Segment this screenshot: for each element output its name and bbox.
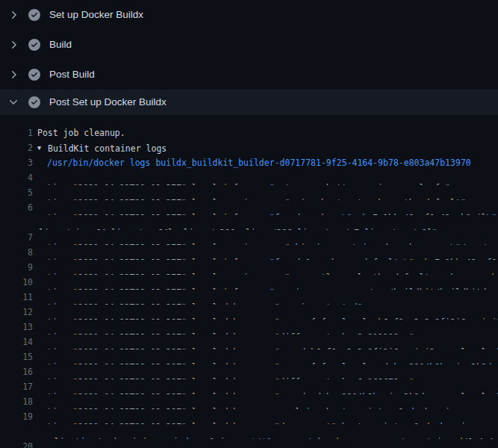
chevron-right-icon: [7, 39, 19, 51]
log-line-number[interactable]: 3: [0, 155, 33, 170]
log-line-text: time="2021-04-23T18:02:38Z" level=debug …: [47, 349, 498, 364]
log-line: 9time="2021-04-23T18:02:37Z" level=warni…: [0, 260, 498, 275]
log-line: 11time="2021-04-23T18:02:38Z" level=debu…: [0, 290, 498, 305]
check-circle-icon: [28, 39, 40, 51]
log-line-number[interactable]: 15: [0, 349, 33, 364]
log-line-number[interactable]: 1: [0, 125, 33, 140]
log-line-number: [0, 424, 33, 439]
step-row-build[interactable]: Build: [0, 30, 498, 60]
log-line-number[interactable]: 7: [0, 230, 33, 245]
log-line: 17time="2021-04-23T18:02:38Z" level=debu…: [0, 379, 498, 394]
log-line-number[interactable]: 14: [0, 335, 33, 349]
log-line: 13time="2021-04-23T18:02:38Z" level=debu…: [0, 320, 498, 335]
log-line-text: time="2021-04-23T18:02:38Z" level=debug …: [47, 364, 498, 379]
log-line: application/vnd.oci.image.index.v1+json,…: [0, 424, 498, 439]
log-line-number[interactable]: 19: [0, 409, 33, 424]
log-group-collapse-icon[interactable]: ▼: [37, 140, 48, 155]
log-line: 1Post job cleanup.: [0, 125, 498, 140]
log-line-number[interactable]: 13: [0, 320, 33, 335]
log-line: 16time="2021-04-23T18:02:38Z" level=debu…: [0, 364, 498, 379]
log-line-number[interactable]: 16: [0, 364, 33, 379]
log-line: 19time="2021-04-23T18:02:38Z" level=debu…: [0, 409, 498, 424]
step-log-panel: 1Post job cleanup.2▼BuildKit container l…: [0, 115, 498, 448]
log-line: 5time="2021-04-23T18:02:37Z" level=warni…: [0, 185, 498, 200]
step-title: Build: [49, 39, 72, 51]
log-command-text: /usr/bin/docker logs buildx_buildkit_bui…: [47, 155, 498, 170]
log-line-text: time="2021-04-23T18:02:38Z" level=debug …: [47, 320, 498, 335]
log-line-text: time="2021-04-23T18:02:37Z" level=warnin…: [47, 230, 498, 245]
log-line-number[interactable]: 6: [0, 200, 33, 215]
log-line-text: time="2021-04-23T18:02:38Z" level=debug …: [47, 335, 498, 349]
log-line-number[interactable]: 18: [0, 394, 33, 409]
chevron-down-icon: [7, 96, 19, 108]
log-line: 3/usr/bin/docker logs buildx_buildkit_bu…: [0, 155, 498, 170]
log-line: 18time="2021-04-23T18:02:38Z" level=debu…: [0, 394, 498, 409]
check-circle-icon: [28, 69, 40, 81]
log-line: 14time="2021-04-23T18:02:38Z" level=debu…: [0, 335, 498, 349]
log-line-number[interactable]: 2: [0, 140, 33, 155]
log-line-number[interactable]: 17: [0, 379, 33, 394]
log-line: 8time="2021-04-23T18:02:37Z" level=info …: [0, 245, 498, 260]
log-line: 10time="2021-04-23T18:02:37Z" level=info…: [0, 275, 498, 290]
log-line: 6time="2021-04-23T18:02:37Z" level=info …: [0, 200, 498, 215]
log-line: 20time="2021-04-23T18:02:38Z" level=debu…: [0, 439, 498, 448]
log-line-number[interactable]: 8: [0, 245, 33, 260]
check-circle-icon: [28, 96, 40, 108]
log-line-number[interactable]: 4: [0, 170, 33, 185]
log-line: linux/riscv64 linux/ppc64le linux/s390x …: [0, 215, 498, 230]
chevron-right-icon: [7, 9, 19, 21]
log-group-header-text: ▼BuildKit container logs: [37, 140, 498, 155]
log-line-text: time="2021-04-23T18:02:38Z" level=debug …: [47, 439, 498, 448]
log-line: 7time="2021-04-23T18:02:37Z" level=warni…: [0, 230, 498, 245]
log-line: 15time="2021-04-23T18:02:38Z" level=debu…: [0, 349, 498, 364]
step-row-post-set-up-docker-buildx[interactable]: Post Set up Docker Buildx: [0, 90, 498, 115]
step-title: Set up Docker Buildx: [49, 9, 143, 21]
step-title: Post Build: [49, 69, 95, 81]
log-line-text: time="2021-04-23T18:02:38Z" level=debug …: [47, 305, 498, 320]
log-line-number[interactable]: 20: [0, 439, 33, 448]
log-line: 12time="2021-04-23T18:02:38Z" level=debu…: [0, 305, 498, 320]
log-line-text: time="2021-04-23T18:02:38Z" level=debug …: [47, 379, 498, 394]
log-line: 2▼BuildKit container logs: [0, 140, 498, 155]
check-circle-icon: [28, 9, 40, 21]
log-line-number[interactable]: 5: [0, 185, 33, 200]
log-line-text: Post job cleanup.: [37, 125, 498, 140]
chevron-right-icon: [7, 69, 19, 81]
log-line-text: time="2021-04-23T18:02:37Z" level=info m…: [47, 200, 498, 215]
log-line-text: time="2021-04-23T18:02:38Z" level=debug …: [47, 409, 498, 424]
log-line-text: time="2021-04-23T18:02:38Z" level=debug …: [47, 290, 498, 305]
log-line-text: time="2021-04-23T18:02:37Z" level=info m…: [47, 170, 498, 185]
step-row-post-build[interactable]: Post Build: [0, 60, 498, 90]
log-line-number: [0, 215, 33, 230]
step-row-set-up-docker-buildx[interactable]: Set up Docker Buildx: [0, 0, 498, 30]
log-line-number[interactable]: 12: [0, 305, 33, 320]
log-line-text: linux/riscv64 linux/ppc64le linux/s390x …: [39, 215, 498, 230]
job-steps-list: Set up Docker BuildxBuildPost BuildPost …: [0, 0, 498, 115]
log-line-text: application/vnd.oci.image.index.v1+json,…: [39, 424, 498, 439]
log-line: 4time="2021-04-23T18:02:37Z" level=info …: [0, 170, 498, 185]
log-line-text: time="2021-04-23T18:02:38Z" level=debug …: [47, 394, 498, 409]
log-line-number[interactable]: 11: [0, 290, 33, 305]
log-line-number[interactable]: 10: [0, 275, 33, 290]
log-line-text: time="2021-04-23T18:02:37Z" level=warnin…: [47, 260, 498, 275]
step-title: Post Set up Docker Buildx: [49, 96, 166, 108]
log-line-text: time="2021-04-23T18:02:37Z" level=info m…: [47, 275, 498, 290]
log-line-text: time="2021-04-23T18:02:37Z" level=info m…: [47, 245, 498, 260]
log-line-number[interactable]: 9: [0, 260, 33, 275]
log-line-text: time="2021-04-23T18:02:37Z" level=warnin…: [47, 185, 498, 200]
